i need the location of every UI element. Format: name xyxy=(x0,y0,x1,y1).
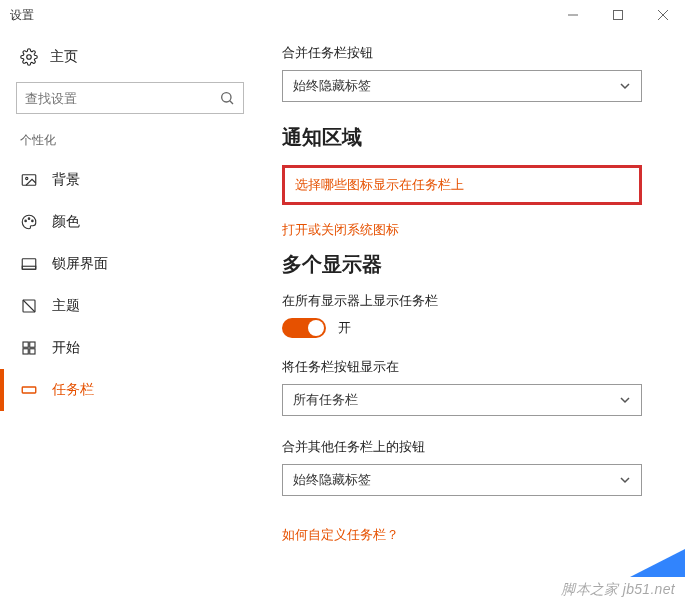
image-icon xyxy=(20,171,38,189)
show-buttons-on-value: 所有任务栏 xyxy=(293,391,358,409)
svg-rect-7 xyxy=(22,175,36,186)
nav-item-lockscreen[interactable]: 锁屏界面 xyxy=(16,243,244,285)
watermark-text: 脚本之家 jb51.net xyxy=(561,581,675,599)
nav-label: 背景 xyxy=(52,171,80,189)
search-input[interactable] xyxy=(25,91,219,106)
svg-rect-15 xyxy=(23,342,28,347)
show-all-toggle[interactable] xyxy=(282,318,326,338)
nav-item-themes[interactable]: 主题 xyxy=(16,285,244,327)
show-buttons-on-label: 将任务栏按钮显示在 xyxy=(282,358,665,376)
maximize-button[interactable] xyxy=(595,0,640,30)
show-all-label: 在所有显示器上显示任务栏 xyxy=(282,292,665,310)
minimize-button[interactable] xyxy=(550,0,595,30)
nav-label: 主题 xyxy=(52,297,80,315)
svg-line-6 xyxy=(230,101,233,104)
combine-other-value: 始终隐藏标签 xyxy=(293,471,371,489)
nav-label: 锁屏界面 xyxy=(52,255,108,273)
svg-point-11 xyxy=(32,220,34,222)
svg-rect-1 xyxy=(613,11,622,20)
svg-point-8 xyxy=(26,177,28,179)
combine-other-select[interactable]: 始终隐藏标签 xyxy=(282,464,642,496)
choose-icons-link[interactable]: 选择哪些图标显示在任务栏上 xyxy=(282,165,642,205)
search-icon xyxy=(219,90,235,106)
multi-display-title: 多个显示器 xyxy=(282,251,665,278)
combine-select[interactable]: 始终隐藏标签 xyxy=(282,70,642,102)
svg-point-4 xyxy=(27,55,32,60)
svg-point-10 xyxy=(28,218,30,220)
start-icon xyxy=(20,339,38,357)
chevron-down-icon xyxy=(619,394,631,406)
nav-item-taskbar[interactable]: 任务栏 xyxy=(16,369,244,411)
svg-rect-13 xyxy=(22,266,36,269)
combine-other-label: 合并其他任务栏上的按钮 xyxy=(282,438,665,456)
nav-label: 颜色 xyxy=(52,213,80,231)
system-icons-link[interactable]: 打开或关闭系统图标 xyxy=(282,221,665,239)
theme-icon xyxy=(20,297,38,315)
home-button[interactable]: 主页 xyxy=(16,42,244,72)
help-link[interactable]: 如何自定义任务栏？ xyxy=(282,526,665,544)
nav-item-background[interactable]: 背景 xyxy=(16,159,244,201)
svg-rect-19 xyxy=(22,387,36,393)
svg-rect-18 xyxy=(30,349,35,354)
combine-label: 合并任务栏按钮 xyxy=(282,44,665,62)
toggle-knob xyxy=(308,320,324,336)
search-box[interactable] xyxy=(16,82,244,114)
show-buttons-on-select[interactable]: 所有任务栏 xyxy=(282,384,642,416)
nav-list: 背景 颜色 锁屏界面 主题 开始 任务栏 xyxy=(16,159,244,411)
combine-value: 始终隐藏标签 xyxy=(293,77,371,95)
nav-group-label: 个性化 xyxy=(20,132,244,149)
svg-rect-16 xyxy=(30,342,35,347)
home-label: 主页 xyxy=(50,48,78,66)
sidebar: 主页 个性化 背景 颜色 锁屏界面 主题 xyxy=(0,30,260,605)
nav-item-start[interactable]: 开始 xyxy=(16,327,244,369)
watermark-stripe xyxy=(630,549,685,577)
palette-icon xyxy=(20,213,38,231)
nav-item-colors[interactable]: 颜色 xyxy=(16,201,244,243)
main-content: 合并任务栏按钮 始终隐藏标签 通知区域 选择哪些图标显示在任务栏上 打开或关闭系… xyxy=(260,30,685,605)
title-bar: 设置 xyxy=(0,0,685,30)
window-controls xyxy=(550,0,685,30)
svg-rect-17 xyxy=(23,349,28,354)
taskbar-icon xyxy=(20,381,38,399)
chevron-down-icon xyxy=(619,474,631,486)
notification-area-title: 通知区域 xyxy=(282,124,665,151)
svg-point-5 xyxy=(222,93,231,102)
close-button[interactable] xyxy=(640,0,685,30)
svg-point-9 xyxy=(25,220,27,222)
svg-rect-12 xyxy=(22,259,36,270)
window-title: 设置 xyxy=(10,7,34,24)
nav-label: 任务栏 xyxy=(52,381,94,399)
gear-icon xyxy=(20,48,38,66)
nav-label: 开始 xyxy=(52,339,80,357)
toggle-state: 开 xyxy=(338,319,351,337)
chevron-down-icon xyxy=(619,80,631,92)
lock-screen-icon xyxy=(20,255,38,273)
